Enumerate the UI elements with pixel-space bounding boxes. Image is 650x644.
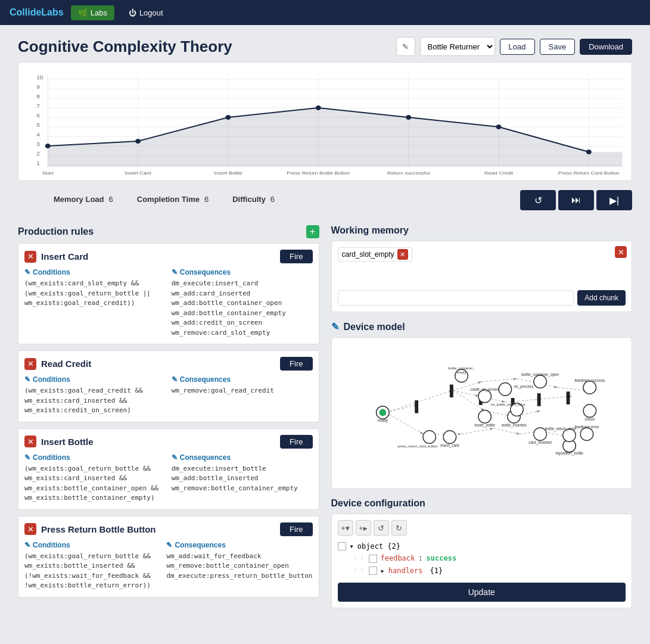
svg-text:check: check xyxy=(584,417,595,421)
page-title: Cognitive Complexity Theory xyxy=(18,38,232,56)
load-button[interactable]: Load xyxy=(500,39,535,55)
delete-rule-3-button[interactable]: ✕ xyxy=(24,523,36,535)
consequences-code-1: wm_remove:goal_read_credit xyxy=(172,386,313,396)
rule-body-3: ✎ Conditions (wm_exists:goal_return_bott… xyxy=(24,541,313,591)
svg-text:no_process: no_process xyxy=(514,384,533,389)
edit-icon: ✎ xyxy=(402,42,409,51)
difficulty-label: Difficulty xyxy=(232,195,266,204)
stats-row: Memory Load 6 Completion Time 6 Difficul… xyxy=(54,195,275,204)
svg-text:Insert Card: Insert Card xyxy=(125,170,151,175)
config-undo-button[interactable]: ↺ xyxy=(374,520,389,536)
rule-card-3: ✕ Press Return Bottle Button Fire ✎ Cond… xyxy=(18,516,319,598)
consequences-label-2: Consequences xyxy=(180,453,231,462)
svg-text:4: 4 xyxy=(36,132,40,138)
svg-text:6: 6 xyxy=(36,113,40,119)
update-button[interactable]: Update xyxy=(338,583,626,602)
config-add-col-button[interactable]: +▸ xyxy=(356,520,371,536)
config-redo-button[interactable]: ↻ xyxy=(391,520,407,536)
two-column-layout: Production rules + ✕ Insert Card Fire ✎ … xyxy=(18,225,632,608)
device-model-section: ✎ Device model xyxy=(331,321,633,489)
rule-name-1: Read Credit xyxy=(41,359,91,369)
svg-text:Return successful: Return successful xyxy=(387,170,430,175)
svg-line-55 xyxy=(493,428,520,434)
rules-container: ✕ Insert Card Fire ✎ Conditions (wm_exis… xyxy=(18,243,319,598)
fire-rule-3-button[interactable]: Fire xyxy=(280,522,312,536)
wm-chunk-input[interactable] xyxy=(338,290,574,306)
rule-name-2: Insert Bottle xyxy=(41,437,94,447)
svg-point-84 xyxy=(422,431,436,444)
header-controls: ✎ Bottle Returner Load Save Download xyxy=(396,37,632,56)
rule-header-0: ✕ Insert Card Fire xyxy=(24,250,313,263)
svg-text:7: 7 xyxy=(36,103,40,109)
working-memory-box: card_slot_empty ✕ ✕ Add chunk xyxy=(331,241,633,312)
wm-chip: card_slot_empty ✕ xyxy=(338,247,412,262)
delete-rule-0-button[interactable]: ✕ xyxy=(24,251,36,263)
svg-text:credit_on_screen: credit_on_screen xyxy=(470,387,499,392)
next-icon: ▶| xyxy=(609,195,619,206)
edit-title-button[interactable]: ✎ xyxy=(396,37,415,56)
svg-point-33 xyxy=(496,125,502,129)
add-chunk-button[interactable]: Add chunk xyxy=(577,290,626,306)
svg-point-28 xyxy=(45,144,51,148)
device-model-title-row: ✎ Device model xyxy=(331,321,633,332)
edit-conditions-icon-1: ✎ xyxy=(24,375,30,384)
svg-text:8: 8 xyxy=(36,94,40,99)
wm-input-row: Add chunk xyxy=(338,290,626,306)
svg-rect-63 xyxy=(415,400,418,413)
download-button[interactable]: Download xyxy=(580,39,632,55)
fire-rule-2-button[interactable]: Fire xyxy=(280,435,312,449)
delete-rule-2-button[interactable]: ✕ xyxy=(24,435,36,447)
svg-point-76 xyxy=(478,390,491,403)
header-row: Cognitive Complexity Theory ✎ Bottle Ret… xyxy=(18,37,632,56)
rule-consequences-1: ✎ Consequences wm_remove:goal_read_credi… xyxy=(172,375,313,416)
svg-text:bottle_inserted: bottle_inserted xyxy=(501,423,526,428)
svg-point-30 xyxy=(225,115,231,120)
wm-chunk-text: card_slot_empty xyxy=(342,250,394,259)
scenario-select[interactable]: Bottle Returner xyxy=(420,37,495,56)
device-model-title: Device model xyxy=(344,322,405,332)
skip-end-icon: ⏭ xyxy=(571,195,581,206)
delete-rule-1-button[interactable]: ✕ xyxy=(24,358,36,370)
power-icon: ⏻ xyxy=(129,8,136,17)
svg-text:10: 10 xyxy=(36,74,43,80)
flask-icon: 🌿 xyxy=(78,8,88,17)
drag-handle-feedback[interactable]: ⋮⋮ xyxy=(352,553,365,564)
brand-suffix: Labs xyxy=(41,7,63,17)
wm-clear-button[interactable]: ✕ xyxy=(615,246,627,258)
svg-line-44 xyxy=(385,412,424,434)
fire-rule-1-button[interactable]: Fire xyxy=(280,357,312,371)
svg-text:reposition_bottle: reposition_bottle xyxy=(555,451,583,456)
conditions-label-2: Conditions xyxy=(33,453,70,462)
object-checkbox[interactable] xyxy=(338,542,346,550)
svg-point-32 xyxy=(406,115,411,120)
config-feedback-row: ⋮⋮ feedback : success xyxy=(338,552,626,564)
add-rule-button[interactable]: + xyxy=(306,225,319,238)
next-step-button[interactable]: ▶| xyxy=(596,190,632,210)
logout-button[interactable]: ⏻ Logout xyxy=(122,5,170,20)
logout-label: Logout xyxy=(139,8,163,17)
feedback-key: feedback xyxy=(381,552,415,564)
skip-to-end-button[interactable]: ⏭ xyxy=(558,190,594,210)
device-config-title-row: Device configuration xyxy=(331,498,633,509)
config-add-row-button[interactable]: +▾ xyxy=(338,520,353,536)
wm-chip-delete-button[interactable]: ✕ xyxy=(397,249,408,260)
handlers-checkbox[interactable] xyxy=(369,567,377,575)
svg-point-71 xyxy=(379,409,386,416)
edit-conditions-icon-3: ✎ xyxy=(24,541,30,549)
edit-conditions-icon-2: ✎ xyxy=(24,453,30,462)
labs-nav-button[interactable]: 🌿 Labs xyxy=(71,5,114,20)
drag-handle-handlers[interactable]: ⋮⋮ xyxy=(352,565,365,577)
rule-card-2: ✕ Insert Bottle Fire ✎ Conditions (wm_ex… xyxy=(18,428,319,510)
save-button[interactable]: Save xyxy=(540,39,576,55)
feedback-checkbox[interactable] xyxy=(369,555,377,563)
svg-text:3: 3 xyxy=(36,141,40,147)
playback-controls: ↺ ⏭ ▶| xyxy=(520,190,632,210)
memory-load-value: 6 xyxy=(109,195,113,204)
completion-time-value: 6 xyxy=(204,195,209,204)
consequences-label-0: Consequences xyxy=(180,268,231,276)
device-model-box: ready bottle_container_ empty credit_on_… xyxy=(331,337,633,489)
fire-rule-0-button[interactable]: Fire xyxy=(280,250,312,263)
edit-consequences-icon-3: ✎ xyxy=(166,541,172,549)
svg-text:5: 5 xyxy=(36,122,40,128)
rewind-button[interactable]: ↺ xyxy=(520,190,556,210)
